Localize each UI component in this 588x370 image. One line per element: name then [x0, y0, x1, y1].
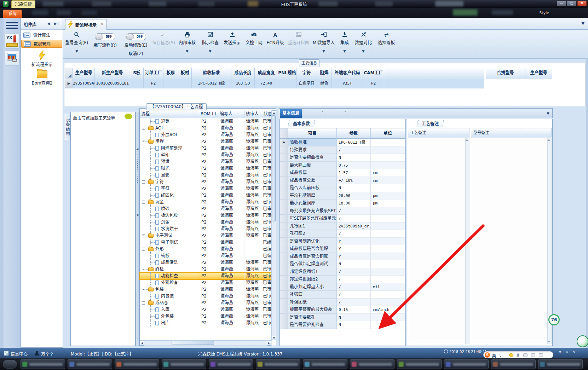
tree-row[interactable]: −外形P2谭海燕已编写 [140, 246, 272, 253]
tree-node[interactable]: −成品仓 [140, 300, 199, 306]
lightning-icon[interactable] [38, 51, 46, 60]
tab-basic-parameters[interactable]: 基本参数 [288, 120, 315, 127]
tree-horizontal-scrollbar[interactable]: ◀ ▶ [140, 340, 272, 346]
drag-handle[interactable]: ▴ ·········· ▴ [322, 109, 347, 113]
main-column-header[interactable]: 成品长度 [231, 68, 255, 79]
tree-row[interactable]: 成品清洗P2谭海燕谭海燕已审核 [140, 259, 272, 266]
tree-column-header[interactable]: 状态 [262, 110, 272, 118]
parameter-row[interactable]: 每SET最多允许报废单元/ [280, 215, 405, 222]
parameter-value[interactable]: +/-10% [337, 177, 371, 185]
tree-row[interactable]: −字符P2谭海燕谭海燕已审核 [140, 179, 272, 185]
parameter-value[interactable]: / [337, 299, 371, 306]
keyboard-tray-icon[interactable]: ⌗ [565, 350, 570, 355]
parameter-value[interactable]: 0.75 [337, 162, 371, 169]
taskbar-button[interactable] [444, 359, 489, 369]
tab-basic-info[interactable]: 基本信息 [280, 109, 302, 118]
scroll-up-icon[interactable]: ▲ [272, 110, 276, 115]
tree-row[interactable]: −电子测试P2谭海燕谭海燕已审核 [140, 232, 272, 239]
info-center-button[interactable]: 信息中心 [5, 351, 28, 357]
system-menu[interactable]: 系统 [3, 10, 22, 18]
tree-node[interactable]: 入库 [140, 306, 199, 313]
expand-collapse-icon[interactable]: − [142, 288, 145, 291]
parameter-row[interactable]: 成品板厚公差+/-10%mm [280, 177, 405, 185]
main-column-header[interactable]: 板厚 [163, 68, 178, 79]
expand-collapse-icon[interactable]: − [142, 180, 145, 184]
expand-collapse-icon[interactable]: − [142, 268, 145, 271]
calculator-module-button[interactable] [5, 51, 19, 65]
tree-row[interactable]: −AOIP2谭海燕谭海燕已审核 [140, 125, 272, 132]
tree-node[interactable]: 沉金 [140, 219, 199, 226]
main-column-header[interactable]: S板 [130, 68, 144, 79]
tree-row[interactable]: 曝光P2谭海燕谭海燕已审核 [140, 165, 272, 172]
send-instruction-button[interactable]: 发送指示 [221, 30, 243, 57]
expand-collapse-icon[interactable]: − [142, 140, 145, 143]
taskbar-button[interactable] [397, 359, 442, 369]
parameter-value[interactable]: N [337, 154, 371, 162]
parameter-value[interactable]: N [337, 314, 371, 322]
tree-row[interactable]: 退锡P2谭海燕谭海燕已审核 [140, 118, 272, 125]
parameter-value[interactable]: N [337, 321, 371, 329]
taskbar-button[interactable] [209, 359, 253, 369]
remark-scrollbar[interactable]: ▲▼ [547, 138, 551, 344]
parameter-row[interactable]: 最大翘曲度0.75 [280, 162, 405, 169]
scroll-right-icon[interactable]: ▶ [267, 341, 271, 346]
extra-column-header[interactable]: 生产型号 [525, 68, 552, 79]
taskbar-button[interactable] [256, 359, 300, 369]
tree-node[interactable]: −AOI [140, 125, 199, 132]
collapse-left-icon[interactable]: ◀ [136, 148, 138, 151]
parameter-row[interactable]: 是否需要数孔N [280, 314, 405, 322]
main-cell[interactable] [278, 79, 296, 88]
panel-splitter[interactable]: ◀ ◀ [136, 112, 139, 346]
tree-row[interactable]: 丝印P2谭海燕谭海燕已审核 [140, 152, 272, 158]
parameter-row[interactable]: 是否需要验孔检查N [280, 321, 405, 329]
tree-row[interactable]: −阻焊P2谭海燕谭海燕已审核 [140, 138, 272, 145]
ime-punctuation-icon[interactable]: ’， [498, 353, 503, 358]
tree-node[interactable]: 字符 [140, 185, 199, 192]
pin-panel-icon[interactable]: ▶ [54, 22, 58, 25]
tree-row[interactable]: 水洗烘干P2谭海燕谭海燕已审核 [140, 226, 272, 232]
tree-node[interactable]: 功能检查 [140, 273, 199, 279]
scroll-up-icon[interactable]: ▲ [548, 138, 550, 141]
tree-node[interactable]: 外层AOI [140, 132, 199, 138]
taskbar-button[interactable] [491, 359, 536, 369]
parameter-row[interactable]: 补强面/ [280, 291, 405, 299]
cancel-button[interactable]: 取消(Z) [121, 50, 151, 56]
dropdown-arrow-icon[interactable]: ▼ [338, 50, 352, 53]
process-remark-area[interactable]: ▲ [408, 137, 469, 344]
tree-row[interactable]: 外包装P2谭海燕谭海燕已审核 [140, 313, 272, 320]
parameter-value[interactable]: Y [337, 238, 371, 245]
dropdown-arrow-icon[interactable]: ▼ [353, 50, 374, 53]
scroll-down-icon[interactable]: ▼ [548, 340, 550, 343]
scroll-left-icon[interactable]: ◀ [140, 341, 144, 346]
taskbar-button[interactable] [350, 359, 394, 369]
main-column-header[interactable]: 成品宽度 [255, 68, 278, 79]
tree-node[interactable]: 外包装 [140, 313, 199, 320]
main-cell[interactable]: 绿色 [317, 79, 332, 88]
minimize-button[interactable]: — [557, 1, 566, 6]
sogou-logo-icon[interactable]: S [485, 352, 490, 358]
main-cell[interactable] [178, 79, 192, 88]
tree-row[interactable]: −终检P2谭海燕谭海燕已审核 [140, 266, 272, 273]
tree-row[interactable]: 终固化P2谭海燕谭海燕已审核 [140, 192, 272, 199]
tree-node[interactable]: −包装 [140, 286, 199, 293]
tree-node[interactable]: 显影 [140, 172, 199, 179]
main-column-header[interactable]: 板材 [178, 68, 192, 79]
parameter-value[interactable]: / [337, 207, 371, 215]
taskbar-button[interactable] [538, 359, 583, 369]
tree-row[interactable]: −成品仓P2谭海燕谭海燕已审核 [140, 300, 272, 306]
parameter-row[interactable]: 是否可制造优化Y [280, 238, 405, 245]
parameter-value[interactable]: / [337, 268, 371, 276]
off-toggle[interactable]: OFF [126, 33, 146, 40]
hamburger-menu-icon[interactable] [6, 21, 18, 31]
parameter-row[interactable]: 孔符图2/ [280, 230, 405, 238]
ime-language[interactable]: 英 [492, 353, 496, 358]
parameter-row[interactable]: 成品板厚是否含阻焊Y [280, 245, 405, 253]
parameter-value[interactable]: IPC-6012 Ⅱ级 [337, 139, 371, 146]
parameter-row[interactable]: 特殊要求/ [280, 146, 405, 154]
style-selector[interactable]: Style [539, 11, 549, 15]
main-cell[interactable]: P2 [144, 79, 163, 88]
maximize-button[interactable]: □ [567, 1, 576, 6]
main-column-header[interactable]: 验收标准 [192, 68, 231, 79]
parameter-value[interactable]: / [337, 291, 371, 299]
close-button[interactable]: ✕ [577, 1, 587, 6]
